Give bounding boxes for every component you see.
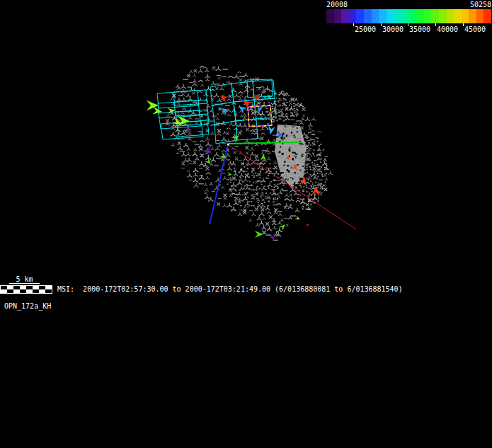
- image-footprint[interactable]: [157, 91, 199, 108]
- surface-marker: [267, 125, 275, 135]
- surface-marker: [306, 224, 309, 226]
- colorbar-tick: [463, 23, 464, 26]
- status-line: MSI: 2000-172T02:57:30.00 to 2000-172T03…: [57, 285, 403, 293]
- scalebar-label: 5 km: [16, 275, 33, 283]
- asteroid-3d-view[interactable]: [0, 0, 492, 448]
- surface-marker: [261, 154, 266, 161]
- colorbar-tick-label: 40000: [437, 26, 458, 33]
- surface-marker: [227, 172, 233, 177]
- colorbar-gradient: [326, 9, 491, 23]
- colorbar-tick: [381, 23, 382, 26]
- image-footprint[interactable]: [247, 79, 273, 98]
- colorbar-tick-label: 35000: [409, 26, 430, 33]
- viewport: 20008 50258 2500030000350004000045000 5 …: [0, 0, 492, 448]
- shape-model-mesh: [165, 67, 332, 241]
- colorbar-tick: [353, 23, 354, 26]
- colorbar-min-label: 20008: [326, 1, 348, 8]
- scalebar-checkerboard: [0, 285, 52, 294]
- colorbar-tick: [408, 23, 408, 26]
- surface-marker: [255, 231, 263, 238]
- axes-origin-dot: [227, 144, 229, 146]
- colorbar-tick-label: 30000: [382, 26, 404, 33]
- colorbar-max-label: 50258: [470, 1, 491, 8]
- surface-markers: [147, 93, 320, 241]
- colorbar-tick-label: 25000: [355, 26, 376, 33]
- image-footprint[interactable]: [174, 100, 208, 116]
- scalebar-underline: [9, 283, 40, 284]
- sequence-label: OPN_172a_KH: [4, 302, 51, 310]
- colorbar-tick-label: 45000: [464, 26, 486, 33]
- colorbar-tick: [435, 23, 436, 26]
